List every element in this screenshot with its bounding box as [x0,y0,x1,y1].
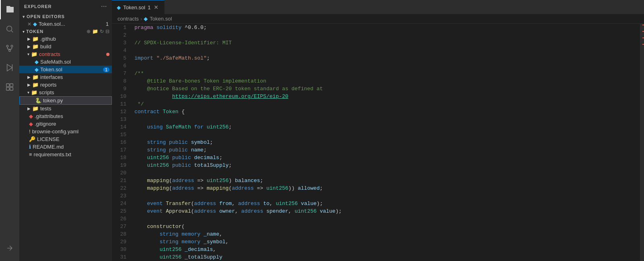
new-folder-icon[interactable]: 📁 [92,29,98,34]
tree-item-contracts[interactable]: ▾ 📁 contracts [19,50,112,58]
line-number-26: 26 [112,215,126,223]
line-number-28: 28 [112,230,126,238]
svg-point-3 [11,45,13,47]
code-line-31: uint256 _totalSupply [134,253,632,261]
code-content[interactable]: pragma solidity ^0.6.0; // SPDX-License-… [131,24,640,261]
tree-item-gitattributes[interactable]: ◆ .gitattributes [19,112,112,120]
files-activity-icon[interactable] [0,0,19,19]
tree-item-scripts[interactable]: ▾ 📁 scripts [19,89,112,96]
line-numbers: 1234567891011121314151617181920212223242… [112,24,131,261]
interfaces-label: interfaces [40,74,112,80]
remote-activity-icon[interactable] [0,238,19,258]
tree-item-github[interactable]: ▶ 📁 .github [19,35,112,43]
open-editors-section: ▾ OPEN EDITORS ✕ ◆ Token.sol... 1 [19,13,112,28]
project-root[interactable]: ▾ TOKEN ⊕ 📁 ↻ ⊟ [19,28,112,35]
open-editor-token-sol-badge: 1 [106,21,109,27]
code-line-18: uint256 public decimals; [134,154,632,162]
code-line-24: event Transfer(address from, address to,… [134,200,632,207]
tree-item-token-py[interactable]: 🐍 token.py [19,96,112,105]
line-number-3: 3 [112,39,126,47]
line-number-5: 5 [112,54,126,62]
run-activity-icon[interactable] [0,58,19,77]
line-number-8: 8 [112,77,126,85]
activity-bar [0,0,19,261]
search-activity-icon[interactable] [0,19,19,39]
minimap-scroll[interactable] [640,24,644,261]
main-area: ◆ Token.sol 1 ✕ contracts › ◆ Token.sol … [112,0,644,261]
sidebar: EXPLORER ··· ▾ OPEN EDITORS ✕ ◆ Token.so… [19,0,112,261]
tab-token-sol[interactable]: ◆ Token.sol 1 ✕ [112,0,165,14]
tree-item-build[interactable]: ▶ 📁 build [19,43,112,50]
brownie-config-file-icon: ! [29,128,31,135]
code-editor: 1234567891011121314151617181920212223242… [112,24,644,261]
tree-item-readme[interactable]: ℹ README.md [19,143,112,151]
tree-item-reports[interactable]: ▶ 📁 reports [19,81,112,89]
open-editors-chevron: ▾ [23,14,25,19]
project-chevron: ▾ [23,29,25,34]
interfaces-folder-icon: 📁 [32,74,39,80]
minimap-error-3 [642,37,644,38]
line-number-31: 31 [112,253,126,261]
tree-item-license[interactable]: 🔑 LICENSE [19,135,112,143]
open-editor-token-sol-label: Token.sol... [39,21,106,27]
minimap [640,24,644,261]
github-chevron: ▶ [27,37,31,41]
more-options-icon[interactable]: ··· [101,3,107,10]
github-label: .github [40,36,112,42]
tree-item-tests[interactable]: ▶ 📁 tests [19,105,112,112]
line-number-12: 12 [112,108,126,116]
breadcrumb-sep1: › [140,16,142,22]
breadcrumb-token-sol[interactable]: Token.sol [150,16,172,22]
github-folder-icon: 📁 [32,36,39,42]
source-control-activity-icon[interactable] [0,39,19,58]
code-line-29: string memory _symbol, [134,238,632,246]
code-line-23 [134,192,632,200]
tree-item-requirements[interactable]: ≡ requirements.txt [19,151,112,158]
line-number-14: 14 [112,123,126,131]
sidebar-title-icons: ··· [101,3,107,10]
line-number-27: 27 [112,223,126,230]
code-line-2 [134,31,632,39]
svg-rect-9 [6,87,9,90]
tree-item-safemath[interactable]: ◆ SafeMath.sol [19,58,112,66]
code-line-3: // SPDX-License-Identifier: MIT [134,39,632,47]
code-line-25: event Approval(address owner, address sp… [134,207,632,215]
extensions-activity-icon[interactable] [0,77,19,97]
line-number-6: 6 [112,62,126,70]
license-file-icon: 🔑 [29,136,35,142]
code-line-6 [134,62,632,70]
tree-item-interfaces[interactable]: ▶ 📁 interfaces [19,73,112,81]
tab-close-btn[interactable]: ✕ [153,4,159,10]
contracts-folder-icon: 📁 [31,51,37,57]
code-line-28: string memory _name, [134,230,632,238]
svg-rect-8 [10,84,13,87]
safemath-file-icon: ◆ [35,59,39,65]
gitattributes-file-icon: ◆ [29,113,33,119]
code-line-5: import "./SafeMath.sol"; [134,54,632,62]
breadcrumb-contracts[interactable]: contracts [118,16,139,22]
line-number-10: 10 [112,93,126,100]
tree-item-gitignore[interactable]: ◆ .gitignore [19,120,112,128]
tree-item-brownie-config[interactable]: ! brownie-config.yaml [19,128,112,135]
token-sol-file-icon: ◆ [35,66,39,72]
svg-point-4 [9,50,11,52]
open-editor-token-sol[interactable]: ✕ ◆ Token.sol... 1 [19,20,112,28]
refresh-icon[interactable]: ↻ [100,29,104,34]
code-line-22: mapping(address => mapping(address => ui… [134,184,632,192]
code-line-9: @notice Based on the ERC-20 token standa… [134,85,632,93]
tree-item-token-sol[interactable]: ◆ Token.sol 1 [19,66,112,73]
open-editors-header[interactable]: ▾ OPEN EDITORS [19,13,112,20]
gitignore-label: .gitignore [35,121,112,127]
code-line-8: @title Bare-bones Token implementation [134,77,632,85]
line-number-29: 29 [112,238,126,246]
contracts-modified-dot [106,53,109,56]
tab-label: Token.sol [123,4,145,10]
close-token-sol-btn[interactable]: ✕ [27,21,31,27]
code-line-27: constructor( [134,223,632,230]
code-line-17: string public name; [134,146,632,154]
readme-label: README.md [33,144,112,150]
collapse-all-icon[interactable]: ⊟ [105,29,109,34]
new-file-icon[interactable]: ⊕ [87,29,91,34]
line-number-20: 20 [112,169,126,177]
line-number-21: 21 [112,177,126,184]
